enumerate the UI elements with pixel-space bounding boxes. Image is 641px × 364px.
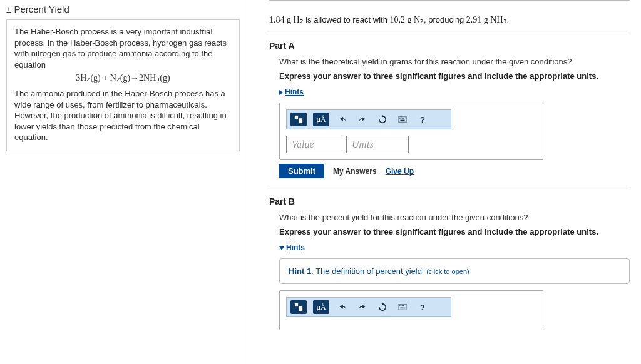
left-sidebar: ± Percent Yield The Haber-Bosch process … — [0, 0, 250, 364]
hint-1-text: The definition of percent yield — [315, 266, 422, 276]
svg-rect-3 — [399, 118, 399, 118]
svg-rect-2 — [398, 117, 407, 122]
answer-box-b: µÅ ? — [279, 290, 543, 330]
undo-icon[interactable] — [336, 300, 349, 314]
svg-rect-5 — [402, 118, 403, 118]
part-b-question: What is the percent yield for this react… — [279, 213, 630, 222]
help-icon[interactable]: ? — [416, 300, 429, 314]
main-content: 1.84 g H₂ is allowed to react with 10.2 … — [250, 0, 641, 364]
part-a-title: Part A — [269, 41, 630, 51]
hint-1-prefix: Hint 1. — [289, 266, 314, 276]
given-statement: 1.84 g H₂ is allowed to react with 10.2 … — [269, 7, 630, 34]
svg-rect-12 — [401, 305, 401, 306]
triangle-down-icon — [279, 246, 284, 250]
part-b-body: What is the percent yield for this react… — [269, 213, 630, 330]
redo-icon[interactable] — [356, 113, 369, 126]
svg-rect-7 — [401, 120, 405, 121]
hints-link[interactable]: Hints — [285, 88, 304, 96]
keyboard-icon[interactable] — [396, 113, 409, 126]
click-to-open: (click to open) — [426, 268, 469, 275]
hint-1-box[interactable]: Hint 1. The definition of percent yield … — [279, 258, 630, 284]
units-mu-button[interactable]: µÅ — [313, 113, 329, 126]
part-a-question: What is the theoretical yield in grams f… — [279, 57, 630, 66]
intro-box: The Haber-Bosch process is a very import… — [6, 19, 240, 151]
value-input[interactable]: Value — [286, 136, 342, 153]
topic-title: ± Percent Yield — [6, 4, 240, 14]
help-icon[interactable]: ? — [416, 113, 429, 126]
keyboard-icon[interactable] — [396, 300, 409, 314]
give-up-link[interactable]: Give Up — [386, 167, 414, 176]
svg-rect-15 — [401, 308, 405, 308]
svg-rect-13 — [402, 305, 403, 306]
svg-rect-9 — [299, 306, 302, 311]
part-a-instruction: Express your answer to three significant… — [279, 71, 630, 81]
svg-rect-10 — [398, 305, 407, 310]
templates-icon[interactable] — [290, 300, 307, 314]
redo-icon[interactable] — [356, 300, 369, 314]
svg-rect-6 — [403, 118, 404, 118]
undo-icon[interactable] — [336, 113, 349, 126]
units-mu-button[interactable]: µÅ — [313, 300, 329, 314]
answer-box-a: µÅ ? Value U — [279, 103, 543, 160]
units-input[interactable]: Units — [346, 136, 409, 153]
part-a-body: What is the theoretical yield in grams f… — [269, 57, 630, 178]
intro-para-1: The Haber-Bosch process is a very import… — [14, 26, 232, 70]
templates-icon[interactable] — [290, 113, 307, 126]
svg-rect-0 — [295, 116, 298, 119]
submit-button[interactable]: Submit — [279, 164, 324, 178]
part-b-instruction: Express your answer to three significant… — [279, 227, 630, 236]
triangle-right-icon — [279, 90, 283, 95]
intro-para-2: The ammonia produced in the Haber-Bosch … — [14, 88, 232, 143]
svg-rect-8 — [295, 303, 298, 306]
svg-rect-11 — [399, 305, 399, 306]
reset-icon[interactable] — [376, 113, 389, 126]
answer-toolbar: µÅ ? — [286, 109, 451, 129]
svg-rect-4 — [401, 118, 401, 118]
answer-toolbar-b: µÅ ? — [286, 297, 451, 317]
reset-icon[interactable] — [376, 300, 389, 314]
my-answers-link[interactable]: My Answers — [333, 167, 377, 176]
part-b-title: Part B — [269, 196, 630, 206]
hints-link-b[interactable]: Hints — [286, 243, 305, 252]
svg-rect-14 — [403, 305, 404, 306]
chemical-equation: 3H₂(g) + N₂(g)→2NH₃(g) — [14, 73, 232, 84]
svg-rect-1 — [299, 118, 302, 123]
